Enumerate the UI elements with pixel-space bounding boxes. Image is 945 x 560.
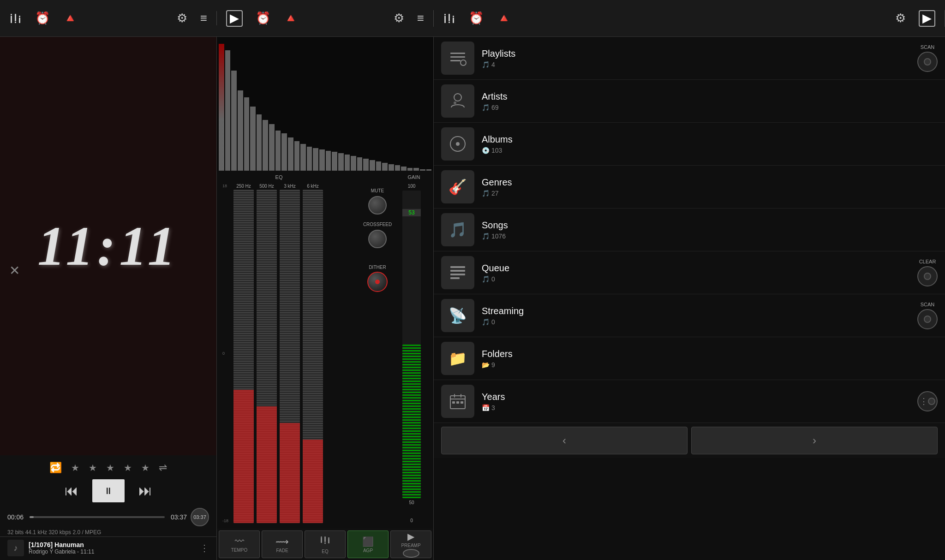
vis-bar-18 <box>332 152 337 171</box>
play-icon-top2[interactable]: ▶ <box>919 10 935 27</box>
star-row: 🔁 ★ ★ ★ ★ ★ ⇌ <box>0 460 216 476</box>
library-item-genres[interactable]: 🎸 Genres 🎵 27 <box>434 166 945 209</box>
alert-icon-1[interactable]: 🔺 <box>63 11 78 25</box>
eq-slider-250hz[interactable] <box>233 190 254 523</box>
equalizer-icon[interactable] <box>9 12 22 25</box>
svg-point-25 <box>456 142 460 146</box>
dither-knob[interactable] <box>367 272 388 292</box>
top-bar: ⏰ 🔺 ⚙ ≡ ▶ ⏰ 🔺 ⚙ ≡ ⏰ 🔺 ⚙ ▶ <box>0 0 945 37</box>
menu-icon-2[interactable]: ≡ <box>417 11 424 25</box>
alert-icon-3[interactable]: 🔺 <box>496 11 511 25</box>
queue-icon <box>441 256 474 289</box>
queue-clear-button[interactable] <box>917 266 938 286</box>
close-button[interactable]: ✕ <box>9 263 20 278</box>
vis-bar-7 <box>263 120 268 171</box>
tempo-button[interactable]: 〰 TEMPO <box>219 530 260 558</box>
progress-bar[interactable] <box>30 516 165 518</box>
svg-rect-13 <box>321 536 322 537</box>
mute-knob[interactable] <box>368 196 387 214</box>
library-item-songs[interactable]: 🎵 Songs 🎵 1076 <box>434 209 945 251</box>
agp-button[interactable]: ⬛ AGP <box>347 530 389 558</box>
songs-icon-sm: 🎵 <box>482 232 490 240</box>
library-item-queue[interactable]: Queue 🎵 0 CLEAR <box>434 251 945 294</box>
clock-icon-1[interactable]: ⏰ <box>35 11 50 25</box>
shuffle-icon[interactable]: ⇌ <box>159 462 167 474</box>
library-item-playlists[interactable]: Playlists 🎵 4 SCAN <box>434 37 945 80</box>
agp-label: AGP <box>363 548 373 553</box>
artists-count: 🎵 69 <box>482 104 938 111</box>
menu-icon-1[interactable]: ≡ <box>200 11 207 25</box>
next-button[interactable]: ⏭ <box>138 483 152 499</box>
preamp-button[interactable]: ▶ PREAMP <box>390 530 431 558</box>
eq-freq-250hz: 250 Hz <box>236 184 251 189</box>
time-circle[interactable]: 03:37 <box>191 508 209 526</box>
gain-meter-fill <box>402 345 421 499</box>
albums-name: Albums <box>482 134 938 145</box>
svg-rect-28 <box>450 274 465 275</box>
eq-bands: 250 Hz 500 Hz 3 kHz <box>233 184 359 523</box>
clock-icon-2[interactable]: ⏰ <box>256 11 270 25</box>
playlists-scan-action: SCAN <box>917 44 938 72</box>
preamp-circle[interactable] <box>403 549 419 558</box>
svg-rect-34 <box>452 401 455 404</box>
file-info-row: 32 bits 44.1 kHz 320 kbps 2.0 / MPEG <box>0 528 216 536</box>
library-item-folders[interactable]: 📁 Folders 📂 9 <box>434 337 945 380</box>
clock-icon-3[interactable]: ⏰ <box>469 11 484 25</box>
star-1[interactable]: ★ <box>71 462 79 473</box>
more-options-button[interactable]: ⋮ <box>200 542 209 554</box>
eq-panel: EQ GAIN 18 0 -18 250 Hz <box>217 37 434 560</box>
library-item-artists[interactable]: Artists 🎵 69 <box>434 80 945 123</box>
total-time: 03:37 <box>168 513 187 521</box>
star-3[interactable]: ★ <box>106 462 114 473</box>
folders-text: Folders 📂 9 <box>482 349 938 369</box>
eq-slider-6khz[interactable] <box>303 190 323 523</box>
star-5[interactable]: ★ <box>141 462 150 473</box>
nav-next-button[interactable]: › <box>691 427 938 454</box>
repeat-icon[interactable]: 🔁 <box>49 462 62 474</box>
eq-toggle-button[interactable]: EQ <box>305 530 346 558</box>
gain-value: 53 <box>402 209 421 216</box>
genres-icon: 🎸 <box>441 170 474 203</box>
alert-icon-2[interactable]: 🔺 <box>283 11 298 25</box>
streaming-scan-button[interactable] <box>917 309 938 329</box>
fade-button[interactable]: ⟿ FADE <box>262 530 303 558</box>
star-4[interactable]: ★ <box>124 462 132 473</box>
svg-rect-9 <box>449 22 450 23</box>
playlists-icon-sm: 🎵 <box>482 61 490 68</box>
preamp-icon: ▶ <box>407 531 414 542</box>
library-item-streaming[interactable]: 📡 Streaming 🎵 0 SCAN <box>434 294 945 337</box>
crossfeed-knob[interactable] <box>368 230 387 248</box>
pause-button[interactable]: ⏸ <box>92 479 125 502</box>
gain-meter[interactable]: 53 <box>402 191 421 498</box>
years-icon <box>441 385 474 418</box>
folders-icon-sm: 📂 <box>482 361 490 369</box>
vis-bar-31 <box>413 168 419 171</box>
streaming-name: Streaming <box>482 306 917 316</box>
playlists-scan-button[interactable] <box>917 52 938 72</box>
settings-icon-2[interactable]: ⚙ <box>394 11 404 25</box>
settings-icon-1[interactable]: ⚙ <box>177 11 187 25</box>
eq-slider-3khz[interactable] <box>280 190 300 523</box>
vis-bar-3 <box>238 90 243 171</box>
library-item-albums[interactable]: Albums 💿 103 <box>434 123 945 166</box>
prev-button[interactable]: ⏮ <box>65 483 78 499</box>
top-bar-mid1: ▶ ⏰ 🔺 ⚙ ≡ <box>217 10 434 27</box>
svg-rect-14 <box>324 536 326 542</box>
equalizer-icon-2[interactable] <box>443 12 456 25</box>
vis-bar-11 <box>288 137 293 171</box>
genres-icon-sm: 🎵 <box>482 190 490 197</box>
vis-bar-8 <box>269 124 275 171</box>
nav-prev-button[interactable]: ‹ <box>441 427 688 454</box>
vis-bar-17 <box>326 151 331 171</box>
genres-text: Genres 🎵 27 <box>482 177 938 197</box>
eq-freq-6khz: 6 kHz <box>307 184 319 189</box>
library-item-years[interactable]: Years 📅 3 ⋮ <box>434 380 945 423</box>
years-more-button[interactable]: ⋮ <box>917 391 938 411</box>
gain-section: 100 53 50 0 <box>395 184 428 523</box>
star-2[interactable]: ★ <box>89 462 97 473</box>
eq-slider-500hz[interactable] <box>257 190 277 523</box>
settings-icon-3[interactable]: ⚙ <box>895 11 906 25</box>
play-icon-top[interactable]: ▶ <box>226 10 243 27</box>
eq-freq-3khz: 3 kHz <box>284 184 296 189</box>
queue-name: Queue <box>482 263 917 274</box>
